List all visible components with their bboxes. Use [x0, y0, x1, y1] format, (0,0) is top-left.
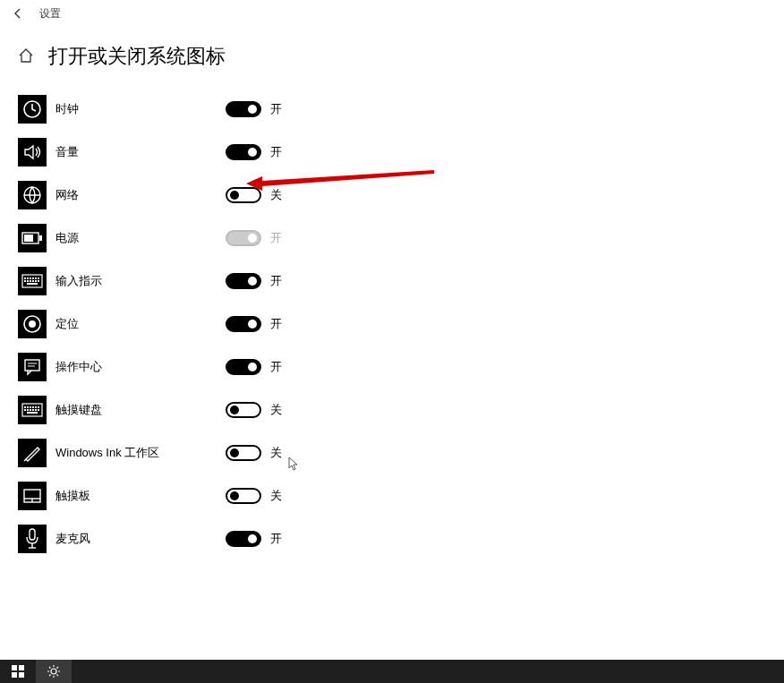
- svg-point-49: [51, 669, 56, 674]
- svg-rect-12: [24, 280, 26, 282]
- windows-ink-state: 关: [270, 445, 282, 461]
- power-label: 电源: [55, 230, 226, 246]
- clock-label: 时钟: [55, 101, 226, 117]
- svg-rect-30: [38, 406, 39, 408]
- app-title: 设置: [39, 6, 61, 21]
- location-label: 定位: [55, 316, 226, 332]
- page-header: 打开或关闭系统图标: [0, 27, 784, 88]
- svg-rect-15: [32, 280, 34, 282]
- clock-state: 开: [270, 101, 282, 117]
- svg-rect-32: [27, 409, 29, 411]
- volume-icon: [18, 138, 47, 166]
- svg-rect-16: [35, 280, 37, 282]
- row-clock: 时钟 开: [18, 88, 766, 131]
- svg-rect-35: [35, 409, 37, 411]
- page-title: 打开或关闭系统图标: [48, 43, 226, 70]
- clock-icon: [18, 95, 47, 124]
- svg-rect-47: [12, 672, 17, 678]
- location-toggle[interactable]: [226, 316, 261, 332]
- windows-ink-toggle[interactable]: [226, 445, 261, 461]
- svg-rect-9: [32, 277, 34, 279]
- microphone-icon: [18, 525, 47, 553]
- row-volume: 音量 开: [18, 131, 766, 174]
- touch-keyboard-icon: [18, 396, 47, 424]
- microphone-state: 开: [270, 531, 282, 547]
- svg-rect-11: [38, 277, 39, 279]
- svg-rect-31: [24, 409, 26, 411]
- action-center-label: 操作中心: [55, 359, 226, 375]
- row-location: 定位 开: [18, 303, 766, 346]
- row-action-center: 操作中心 开: [18, 346, 766, 388]
- touch-keyboard-toggle[interactable]: [226, 402, 261, 418]
- svg-rect-29: [35, 406, 37, 408]
- location-icon: [18, 310, 47, 338]
- network-icon: [18, 181, 47, 209]
- svg-rect-26: [27, 406, 29, 408]
- windows-ink-label: Windows Ink 工作区: [55, 445, 226, 461]
- svg-rect-6: [24, 277, 26, 279]
- svg-rect-4: [24, 235, 33, 242]
- svg-rect-36: [38, 409, 39, 411]
- touchpad-label: 触摸板: [55, 488, 226, 504]
- input-indicator-toggle[interactable]: [226, 273, 261, 289]
- back-button[interactable]: [7, 3, 29, 24]
- power-toggle: [226, 230, 261, 246]
- volume-label: 音量: [55, 144, 226, 160]
- svg-rect-37: [27, 412, 38, 414]
- volume-toggle[interactable]: [226, 144, 261, 160]
- svg-rect-21: [25, 360, 39, 371]
- touch-keyboard-label: 触摸键盘: [55, 402, 226, 418]
- svg-rect-10: [35, 277, 37, 279]
- svg-rect-48: [19, 672, 24, 678]
- window-titlebar: 设置: [0, 0, 784, 27]
- svg-rect-45: [12, 665, 17, 670]
- row-windows-ink: Windows Ink 工作区 关: [18, 431, 766, 474]
- touchpad-toggle[interactable]: [226, 488, 261, 504]
- network-label: 网络: [55, 187, 226, 203]
- touchpad-icon: [18, 482, 47, 510]
- svg-rect-27: [30, 406, 31, 408]
- input-indicator-icon: [18, 267, 47, 295]
- home-icon[interactable]: [18, 47, 36, 65]
- svg-rect-7: [27, 277, 29, 279]
- svg-rect-17: [38, 280, 39, 282]
- start-button[interactable]: [0, 660, 36, 683]
- svg-rect-18: [27, 283, 38, 285]
- location-state: 开: [270, 316, 282, 332]
- taskbar: [0, 660, 784, 683]
- svg-rect-28: [32, 406, 34, 408]
- microphone-label: 麦克风: [55, 531, 226, 547]
- row-input-indicator: 输入指示 开: [18, 260, 766, 303]
- power-icon: [18, 224, 47, 252]
- volume-state: 开: [270, 144, 282, 160]
- clock-toggle[interactable]: [226, 101, 261, 117]
- svg-rect-13: [27, 280, 29, 282]
- svg-point-20: [29, 320, 36, 328]
- windows-ink-icon: [18, 439, 47, 467]
- input-indicator-state: 开: [270, 273, 282, 289]
- input-indicator-label: 输入指示: [55, 273, 226, 289]
- action-center-toggle[interactable]: [226, 359, 261, 375]
- row-touch-keyboard: 触摸键盘 关: [18, 388, 766, 431]
- microphone-toggle[interactable]: [226, 531, 261, 547]
- network-toggle[interactable]: [226, 187, 261, 203]
- row-touchpad: 触摸板 关: [18, 474, 766, 517]
- svg-rect-3: [39, 235, 42, 241]
- touchpad-state: 关: [270, 488, 282, 504]
- action-center-state: 开: [270, 359, 282, 375]
- svg-rect-8: [30, 277, 31, 279]
- network-state: 关: [270, 187, 282, 203]
- touch-keyboard-state: 关: [270, 402, 282, 418]
- settings-taskbar-button[interactable]: [36, 660, 72, 683]
- svg-rect-14: [30, 280, 31, 282]
- svg-rect-46: [19, 665, 24, 670]
- row-microphone: 麦克风 开: [18, 517, 766, 560]
- svg-rect-25: [24, 406, 26, 408]
- action-center-icon: [18, 353, 47, 381]
- svg-rect-34: [32, 409, 34, 411]
- row-power: 电源 开: [18, 217, 766, 260]
- settings-list: 时钟 开 音量 开 网络 关 电源 开: [0, 88, 784, 560]
- svg-rect-33: [30, 409, 31, 411]
- svg-rect-41: [30, 529, 35, 540]
- power-state: 开: [270, 230, 282, 246]
